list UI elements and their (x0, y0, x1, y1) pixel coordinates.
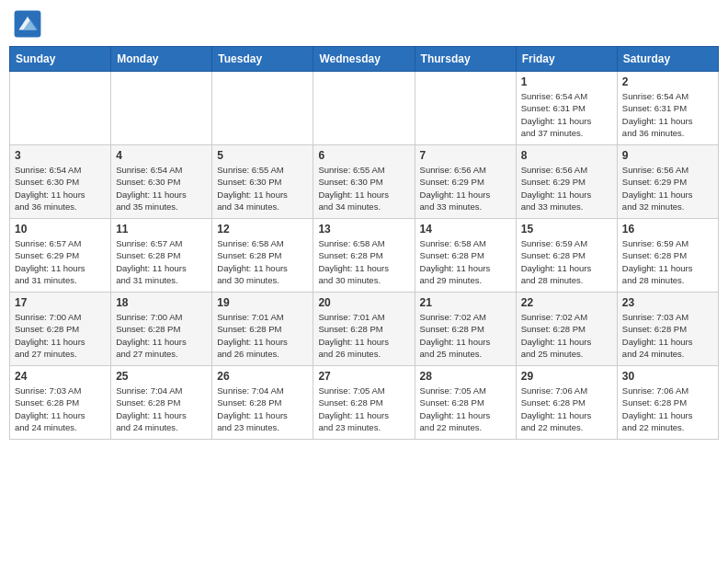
day-number: 29 (521, 370, 612, 383)
calendar-cell: 19Sunrise: 7:01 AM Sunset: 6:28 PM Dayli… (212, 293, 313, 366)
day-info: Sunrise: 6:55 AM Sunset: 6:30 PM Dayligh… (318, 164, 409, 213)
calendar-cell: 4Sunrise: 6:54 AM Sunset: 6:30 PM Daylig… (111, 145, 212, 219)
day-info: Sunrise: 7:01 AM Sunset: 6:28 PM Dayligh… (217, 311, 308, 360)
day-info: Sunrise: 7:04 AM Sunset: 6:28 PM Dayligh… (116, 385, 207, 433)
calendar-cell: 15Sunrise: 6:59 AM Sunset: 6:28 PM Dayli… (516, 219, 617, 293)
day-number: 26 (217, 370, 308, 383)
day-number: 1 (521, 75, 612, 88)
calendar-cell (415, 72, 516, 145)
day-number: 21 (420, 296, 511, 309)
weekday-row: SundayMondayTuesdayWednesdayThursdayFrid… (10, 47, 719, 72)
logo (13, 9, 46, 39)
calendar-cell: 17Sunrise: 7:00 AM Sunset: 6:28 PM Dayli… (10, 293, 111, 366)
calendar-cell (10, 72, 111, 145)
day-info: Sunrise: 6:54 AM Sunset: 6:31 PM Dayligh… (622, 90, 713, 139)
day-number: 22 (521, 296, 612, 309)
day-info: Sunrise: 6:55 AM Sunset: 6:30 PM Dayligh… (217, 164, 308, 213)
calendar-week-3: 10Sunrise: 6:57 AM Sunset: 6:29 PM Dayli… (10, 219, 719, 293)
calendar-cell: 12Sunrise: 6:58 AM Sunset: 6:28 PM Dayli… (212, 219, 313, 293)
day-info: Sunrise: 7:03 AM Sunset: 6:28 PM Dayligh… (622, 311, 713, 360)
day-info: Sunrise: 6:56 AM Sunset: 6:29 PM Dayligh… (420, 164, 511, 213)
calendar-cell: 3Sunrise: 6:54 AM Sunset: 6:30 PM Daylig… (10, 145, 111, 219)
calendar-cell: 7Sunrise: 6:56 AM Sunset: 6:29 PM Daylig… (415, 145, 516, 219)
day-info: Sunrise: 6:56 AM Sunset: 6:29 PM Dayligh… (521, 164, 612, 213)
day-number: 24 (15, 370, 106, 383)
calendar-cell: 2Sunrise: 6:54 AM Sunset: 6:31 PM Daylig… (617, 72, 718, 145)
day-info: Sunrise: 6:57 AM Sunset: 6:29 PM Dayligh… (15, 237, 106, 286)
calendar-cell: 29Sunrise: 7:06 AM Sunset: 6:28 PM Dayli… (516, 366, 617, 440)
day-info: Sunrise: 6:54 AM Sunset: 6:30 PM Dayligh… (116, 164, 207, 213)
day-number: 17 (15, 296, 106, 309)
weekday-header-thursday: Thursday (415, 47, 516, 72)
calendar-cell: 8Sunrise: 6:56 AM Sunset: 6:29 PM Daylig… (516, 145, 617, 219)
day-number: 11 (116, 223, 207, 236)
day-info: Sunrise: 7:01 AM Sunset: 6:28 PM Dayligh… (318, 311, 409, 360)
calendar-cell (212, 72, 313, 145)
calendar-cell: 5Sunrise: 6:55 AM Sunset: 6:30 PM Daylig… (212, 145, 313, 219)
day-info: Sunrise: 6:56 AM Sunset: 6:29 PM Dayligh… (622, 164, 713, 213)
calendar-cell: 18Sunrise: 7:00 AM Sunset: 6:28 PM Dayli… (111, 293, 212, 366)
day-number: 7 (420, 149, 511, 162)
day-info: Sunrise: 6:57 AM Sunset: 6:28 PM Dayligh… (116, 237, 207, 286)
day-number: 2 (622, 75, 713, 88)
calendar-week-5: 24Sunrise: 7:03 AM Sunset: 6:28 PM Dayli… (10, 366, 719, 440)
day-number: 15 (521, 223, 612, 236)
calendar-cell: 20Sunrise: 7:01 AM Sunset: 6:28 PM Dayli… (313, 293, 415, 366)
day-info: Sunrise: 7:00 AM Sunset: 6:28 PM Dayligh… (15, 311, 106, 360)
day-number: 30 (622, 370, 713, 383)
day-info: Sunrise: 6:58 AM Sunset: 6:28 PM Dayligh… (217, 237, 308, 286)
day-info: Sunrise: 7:04 AM Sunset: 6:28 PM Dayligh… (217, 385, 308, 433)
calendar-cell: 11Sunrise: 6:57 AM Sunset: 6:28 PM Dayli… (111, 219, 212, 293)
day-number: 13 (318, 223, 409, 236)
day-number: 3 (15, 149, 106, 162)
calendar-cell (313, 72, 415, 145)
calendar-cell: 26Sunrise: 7:04 AM Sunset: 6:28 PM Dayli… (212, 366, 313, 440)
day-number: 9 (622, 149, 713, 162)
day-info: Sunrise: 7:06 AM Sunset: 6:28 PM Dayligh… (521, 385, 612, 433)
day-number: 23 (622, 296, 713, 309)
day-info: Sunrise: 7:02 AM Sunset: 6:28 PM Dayligh… (420, 311, 511, 360)
day-info: Sunrise: 7:03 AM Sunset: 6:28 PM Dayligh… (15, 385, 106, 433)
day-number: 8 (521, 149, 612, 162)
day-info: Sunrise: 7:05 AM Sunset: 6:28 PM Dayligh… (318, 385, 409, 433)
weekday-header-wednesday: Wednesday (313, 47, 415, 72)
calendar-cell: 22Sunrise: 7:02 AM Sunset: 6:28 PM Dayli… (516, 293, 617, 366)
day-number: 28 (420, 370, 511, 383)
calendar-cell (111, 72, 212, 145)
calendar-cell: 14Sunrise: 6:58 AM Sunset: 6:28 PM Dayli… (415, 219, 516, 293)
day-number: 16 (622, 223, 713, 236)
calendar-cell: 13Sunrise: 6:58 AM Sunset: 6:28 PM Dayli… (313, 219, 415, 293)
calendar-cell: 30Sunrise: 7:06 AM Sunset: 6:28 PM Dayli… (617, 366, 718, 440)
calendar-cell: 23Sunrise: 7:03 AM Sunset: 6:28 PM Dayli… (617, 293, 718, 366)
day-info: Sunrise: 7:05 AM Sunset: 6:28 PM Dayligh… (420, 385, 511, 433)
calendar-week-4: 17Sunrise: 7:00 AM Sunset: 6:28 PM Dayli… (10, 293, 719, 366)
calendar-cell: 6Sunrise: 6:55 AM Sunset: 6:30 PM Daylig… (313, 145, 415, 219)
weekday-header-monday: Monday (111, 47, 212, 72)
calendar-week-1: 1Sunrise: 6:54 AM Sunset: 6:31 PM Daylig… (10, 72, 719, 145)
weekday-header-saturday: Saturday (617, 47, 718, 72)
weekday-header-sunday: Sunday (10, 47, 111, 72)
day-number: 25 (116, 370, 207, 383)
day-number: 4 (116, 149, 207, 162)
calendar-body: 1Sunrise: 6:54 AM Sunset: 6:31 PM Daylig… (10, 72, 719, 440)
day-info: Sunrise: 6:54 AM Sunset: 6:31 PM Dayligh… (521, 90, 612, 139)
calendar-cell: 27Sunrise: 7:05 AM Sunset: 6:28 PM Dayli… (313, 366, 415, 440)
day-info: Sunrise: 7:00 AM Sunset: 6:28 PM Dayligh… (116, 311, 207, 360)
calendar-header: SundayMondayTuesdayWednesdayThursdayFrid… (10, 47, 719, 72)
page-header (9, 9, 719, 39)
day-info: Sunrise: 7:02 AM Sunset: 6:28 PM Dayligh… (521, 311, 612, 360)
calendar-week-2: 3Sunrise: 6:54 AM Sunset: 6:30 PM Daylig… (10, 145, 719, 219)
calendar: SundayMondayTuesdayWednesdayThursdayFrid… (9, 46, 719, 440)
weekday-header-friday: Friday (516, 47, 617, 72)
calendar-cell: 9Sunrise: 6:56 AM Sunset: 6:29 PM Daylig… (617, 145, 718, 219)
calendar-cell: 25Sunrise: 7:04 AM Sunset: 6:28 PM Dayli… (111, 366, 212, 440)
calendar-cell: 16Sunrise: 6:59 AM Sunset: 6:28 PM Dayli… (617, 219, 718, 293)
calendar-cell: 24Sunrise: 7:03 AM Sunset: 6:28 PM Dayli… (10, 366, 111, 440)
day-info: Sunrise: 6:54 AM Sunset: 6:30 PM Dayligh… (15, 164, 106, 213)
day-info: Sunrise: 7:06 AM Sunset: 6:28 PM Dayligh… (622, 385, 713, 433)
calendar-cell: 28Sunrise: 7:05 AM Sunset: 6:28 PM Dayli… (415, 366, 516, 440)
day-number: 18 (116, 296, 207, 309)
day-number: 20 (318, 296, 409, 309)
calendar-cell: 21Sunrise: 7:02 AM Sunset: 6:28 PM Dayli… (415, 293, 516, 366)
weekday-header-tuesday: Tuesday (212, 47, 313, 72)
